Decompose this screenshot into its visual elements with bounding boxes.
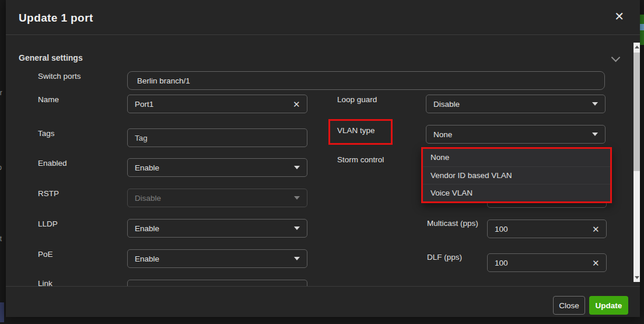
scroll-up-icon[interactable] (634, 43, 640, 51)
dialog-body: General settings Switch ports Berlin bra… (6, 36, 640, 286)
clear-icon[interactable]: ✕ (293, 100, 300, 109)
vlan-type-select[interactable]: None (426, 125, 606, 144)
link-select[interactable] (127, 280, 307, 286)
background-text-fragment: to (0, 163, 2, 172)
caret-down-icon (294, 196, 300, 200)
caret-down-icon (294, 257, 300, 260)
close-button[interactable]: Close (553, 296, 585, 315)
scrollbar-thumb[interactable] (634, 53, 640, 171)
multicast-label: Multicast (pps) (427, 219, 478, 228)
dialog-footer: Close Update (6, 286, 640, 317)
link-label: Link (38, 279, 52, 286)
caret-down-icon (592, 102, 598, 106)
caret-down-icon (294, 227, 300, 230)
chevron-down-icon[interactable] (611, 53, 621, 62)
rstp-label: RSTP (38, 189, 59, 198)
dialog-title: Update 1 port (19, 12, 93, 25)
loop-guard-value: Disable (433, 100, 460, 109)
section-heading-general-settings: General settings (19, 53, 83, 62)
enabled-value: Enable (135, 163, 159, 172)
vlan-type-label: VLAN type (337, 126, 375, 135)
poe-select[interactable]: Enable (127, 249, 307, 268)
vlan-option-vendor-id[interactable]: Vendor ID based VLAN (423, 166, 610, 184)
loop-guard-select[interactable]: Disable (426, 95, 606, 113)
caret-down-icon (592, 133, 598, 136)
name-label: Name (38, 95, 59, 104)
poe-value: Enable (135, 255, 159, 263)
background-map-dot (640, 24, 644, 30)
lldp-label: LLDP (38, 220, 58, 228)
dlf-input[interactable] (487, 253, 607, 272)
switch-ports-value: Berlin branch/1 (137, 76, 190, 85)
vlan-option-none[interactable]: None (423, 149, 610, 166)
tags-input[interactable] (127, 128, 307, 147)
close-icon[interactable]: ✕ (614, 11, 624, 22)
lldp-value: Enable (135, 224, 159, 233)
clear-icon[interactable]: ✕ (592, 259, 600, 267)
update-port-dialog: Update 1 port ✕ General settings Switch … (6, 0, 640, 317)
caret-down-icon (294, 166, 300, 169)
loop-guard-label: Loop guard (337, 95, 377, 104)
background-text-fragment: nt (0, 235, 2, 243)
dlf-label: DLF (pps) (427, 253, 462, 262)
scrollbar[interactable] (634, 43, 640, 282)
vlan-type-dropdown-panel: None Vendor ID based VLAN Voice VLAN (421, 147, 612, 203)
lldp-select[interactable]: Enable (127, 219, 307, 238)
dialog-header: Update 1 port ✕ (6, 0, 640, 35)
background-text-fragment: or (0, 89, 2, 97)
multicast-input[interactable] (487, 220, 607, 238)
vlan-option-voice[interactable]: Voice VLAN (423, 184, 610, 201)
vlan-type-value: None (433, 130, 452, 139)
clear-icon[interactable]: ✕ (592, 225, 600, 234)
switch-ports-field[interactable]: Berlin branch/1 (127, 71, 605, 90)
scroll-down-icon[interactable] (634, 273, 640, 282)
switch-ports-label: Switch ports (38, 72, 81, 81)
storm-control-label: Storm control (337, 155, 384, 164)
rstp-select: Disable (127, 189, 307, 207)
update-button[interactable]: Update (589, 296, 628, 315)
enabled-label: Enabled (38, 159, 67, 168)
poe-label: PoE (38, 250, 53, 259)
rstp-value: Disable (135, 194, 161, 203)
enabled-select[interactable]: Enable (127, 158, 307, 177)
name-input[interactable] (127, 95, 307, 113)
tags-label: Tags (38, 129, 55, 138)
background-patch (0, 302, 4, 322)
